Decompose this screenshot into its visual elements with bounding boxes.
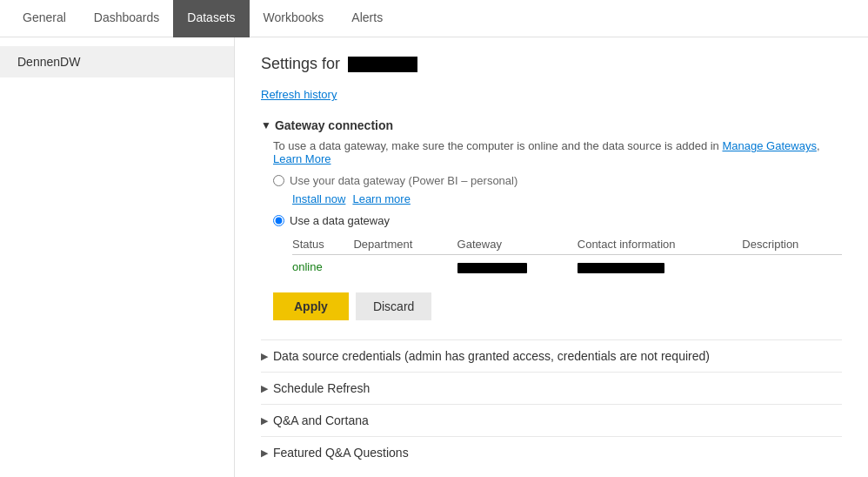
title-redacted — [348, 57, 417, 72]
button-row: Apply Discard — [273, 292, 842, 320]
col-contact: Contact information — [578, 234, 743, 255]
cell-status: online — [292, 255, 353, 279]
schedule-arrow-icon: ▶ — [261, 383, 268, 394]
nav-datasets[interactable]: Datasets — [173, 0, 249, 37]
gateway-arrow-icon — [261, 119, 271, 131]
apply-button[interactable]: Apply — [273, 292, 349, 320]
radio-gateway-label[interactable]: Use a data gateway — [290, 214, 390, 227]
credentials-label: Data source credentials (admin has grant… — [273, 349, 710, 363]
cell-description — [742, 255, 842, 279]
credentials-arrow-icon: ▶ — [261, 351, 268, 362]
top-navigation: General Dashboards Datasets Workbooks Al… — [0, 0, 868, 37]
qna-label: Q&A and Cortana — [273, 413, 369, 427]
cell-department — [353, 255, 457, 279]
featured-arrow-icon: ▶ — [261, 447, 268, 459]
gateway-section-header[interactable]: Gateway connection — [261, 118, 842, 132]
sidebar: DennenDW — [0, 37, 235, 477]
page-title: Settings for — [261, 55, 842, 73]
refresh-history-link[interactable]: Refresh history — [261, 88, 337, 101]
contact-redacted — [578, 263, 664, 273]
learn-more-2-link[interactable]: Learn more — [352, 192, 410, 205]
manage-gateways-link[interactable]: Manage Gateways — [722, 139, 816, 152]
col-status: Status — [292, 234, 353, 255]
gateway-header-label: Gateway connection — [275, 118, 393, 132]
main-layout: DennenDW Settings for Refresh history Ga… — [0, 37, 868, 477]
schedule-refresh-section[interactable]: ▶ Schedule Refresh — [261, 372, 842, 404]
featured-label: Featured Q&A Questions — [273, 446, 409, 460]
featured-qna-section[interactable]: ▶ Featured Q&A Questions — [261, 436, 842, 468]
discard-button[interactable]: Discard — [356, 292, 431, 320]
radio-personal-input[interactable] — [273, 175, 284, 186]
radio-personal-sub: Install now Learn more — [273, 192, 842, 205]
radio-gateway-input[interactable] — [273, 215, 284, 226]
gateway-table: Status Department Gateway Contact inform… — [292, 234, 842, 279]
col-gateway: Gateway — [457, 234, 578, 255]
radio-personal-option: Use your data gateway (Power BI – person… — [273, 174, 842, 187]
table-row: online — [292, 255, 842, 279]
install-now-link[interactable]: Install now — [292, 192, 345, 205]
cell-gateway — [457, 255, 578, 279]
nav-alerts[interactable]: Alerts — [337, 0, 397, 37]
nav-general[interactable]: General — [9, 0, 80, 37]
sidebar-item-dennendw[interactable]: DennenDW — [0, 46, 234, 77]
status-online-badge: online — [292, 260, 323, 273]
main-content: Settings for Refresh history Gateway con… — [235, 37, 868, 477]
learn-more-1-link[interactable]: Learn More — [273, 152, 331, 165]
radio-gateway-option: Use a data gateway — [273, 214, 842, 227]
gateway-section: Gateway connection To use a data gateway… — [261, 118, 842, 320]
gateway-description: To use a data gateway, make sure the com… — [273, 139, 842, 165]
nav-dashboards[interactable]: Dashboards — [80, 0, 174, 37]
col-description: Description — [742, 234, 842, 255]
qna-cortana-section[interactable]: ▶ Q&A and Cortana — [261, 404, 842, 436]
schedule-label: Schedule Refresh — [273, 381, 370, 395]
gateway-redacted — [457, 263, 527, 273]
col-department: Department — [353, 234, 457, 255]
data-source-credentials-section[interactable]: ▶ Data source credentials (admin has gra… — [261, 339, 842, 372]
gateway-table-wrap: Status Department Gateway Contact inform… — [273, 234, 842, 279]
nav-workbooks[interactable]: Workbooks — [250, 0, 338, 37]
radio-personal-label[interactable]: Use your data gateway (Power BI – person… — [290, 174, 517, 187]
cell-contact — [578, 255, 743, 279]
gateway-section-body: To use a data gateway, make sure the com… — [261, 139, 842, 320]
qna-arrow-icon: ▶ — [261, 415, 268, 427]
